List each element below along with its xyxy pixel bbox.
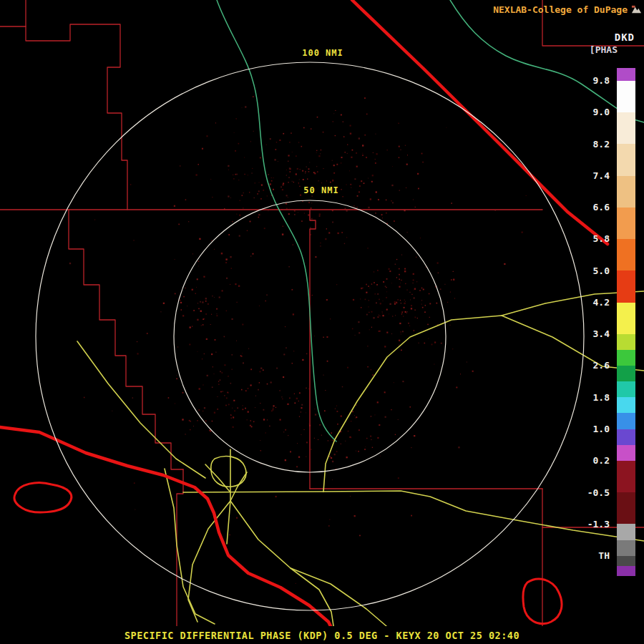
radar-echo [405,311,406,313]
colorbar-segment [617,208,635,239]
radar-echo [364,97,366,99]
radar-echo [321,150,321,150]
radar-echo [266,145,267,145]
radar-echo [250,420,251,421]
radar-echo [397,299,399,301]
radar-echo [288,266,289,267]
radar-echo [296,466,298,467]
radar-echo [318,180,319,181]
product-title: SPECIFIC DIFFERENTIAL PHASE (KDP) 0.5 DE… [125,630,519,641]
radar-echo [311,128,311,129]
radar-echo [211,240,213,241]
radar-echo [279,140,280,141]
radar-echo [356,451,356,452]
radar-echo [298,212,298,213]
radar-echo [211,314,212,315]
radar-echo [328,525,330,527]
radar-echo [331,440,331,441]
radar-echo [226,397,228,399]
radar-echo [263,419,265,420]
radar-echo [280,419,281,421]
radar-echo [137,353,139,354]
radar-echo [175,259,175,260]
radar-echo [385,416,386,418]
radar-echo [375,134,376,135]
radar-echo [250,425,251,426]
radar-echo [336,284,337,285]
radar-echo [258,194,258,195]
radar-echo [258,389,259,391]
radar-echo [260,403,260,404]
radar-echo [424,343,425,344]
radar-echo [368,178,369,179]
radar-echo [458,447,459,448]
radar-echo [337,233,338,234]
radar-echo [406,164,408,165]
radar-echo [268,210,268,211]
radar-echo [382,313,383,313]
colorbar-segment [617,524,635,540]
radar-echo [454,298,455,298]
radar-echo [324,410,326,411]
radar-echo [414,288,416,290]
radar-echo [216,315,218,316]
radar-echo [235,174,236,175]
radar-echo [333,113,334,114]
radar-echo [398,477,399,479]
radar-echo [267,195,268,196]
radar-echo [294,394,295,394]
radar-echo [181,309,182,310]
radar-echo [160,311,161,312]
radar-echo [263,190,264,191]
radar-echo [306,353,308,355]
radar-echo [402,312,403,313]
radar-echo [362,288,363,288]
radar-echo [391,283,392,283]
radar-echo [287,404,288,405]
radar-echo [353,205,354,206]
radar-echo [411,308,412,309]
radar-echo [285,429,286,431]
radar-echo [326,228,327,229]
radar-echo [371,327,372,328]
radar-echo [226,278,228,279]
radar-echo [134,482,135,484]
radar-echo [371,369,372,371]
radar-echo [314,409,315,409]
radar-echo [176,378,177,379]
radar-echo [402,381,404,382]
radar-echo [333,121,333,122]
radar-echo [332,479,333,480]
radar-echo [377,270,379,271]
radar-echo [330,318,331,319]
colorbar-segment [617,429,635,445]
radar-echo [306,388,307,389]
radar-echo [283,184,284,185]
radar-echo [332,180,333,180]
radar-echo [345,208,346,209]
radar-echo [335,110,336,111]
radar-echo [94,220,95,220]
radar-echo [250,384,252,386]
radar-echo [202,358,203,359]
radar-echo [310,227,311,228]
radar-echo [389,303,391,305]
radar-echo [263,409,264,411]
radar-echo [288,177,290,178]
radar-echo [228,165,229,167]
radar-echo [356,207,356,208]
radar-echo [382,311,383,312]
radar-echo [299,416,300,417]
radar-echo [193,310,195,311]
radar-echo [228,392,228,393]
radar-echo [446,127,447,128]
radar-echo [372,175,374,176]
radar-echo [286,195,288,196]
radar-echo [214,297,215,298]
radar-echo [267,419,268,420]
radar-echo [112,411,112,411]
radar-echo [365,299,366,301]
radar-echo [239,200,240,201]
status-bar: SPECIFIC DIFFERENTIAL PHASE (KDP) 0.5 DE… [0,626,644,644]
radar-echo [323,132,324,133]
